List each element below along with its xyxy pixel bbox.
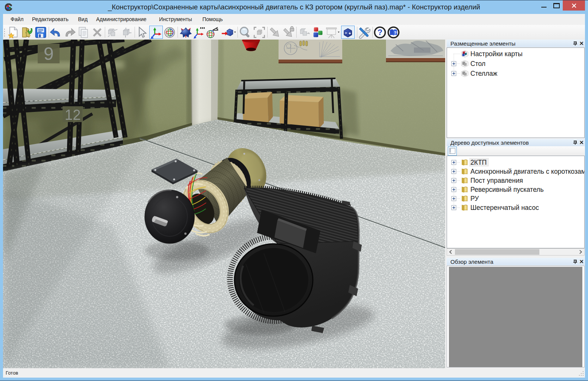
svg-text:?: ? bbox=[377, 28, 382, 37]
svg-text:12: 12 bbox=[65, 107, 81, 123]
svg-text:9: 9 bbox=[44, 44, 54, 64]
svg-text:?: ? bbox=[394, 31, 397, 35]
